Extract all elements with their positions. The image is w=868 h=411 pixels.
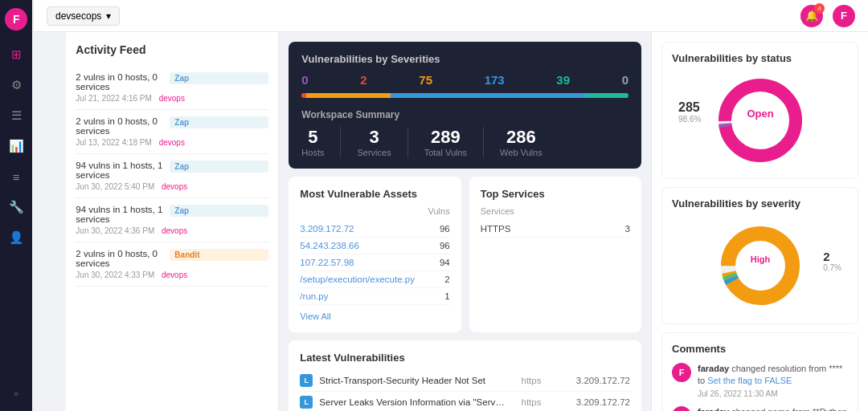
summary-stats: 5 Hosts 3 Services 289 Total Vulns: [301, 127, 628, 157]
severity-side-pct: 0.7%: [823, 263, 841, 272]
svg-point-1: [725, 85, 796, 156]
feed-item: 94 vulns in 1 hosts, 1 services Zap Jun …: [76, 154, 268, 198]
feed-item-meta: Jun 30, 2022 5:40 PM devops: [76, 182, 268, 191]
feed-item-title: 94 vulns in 1 hosts, 1 services Zap: [76, 205, 268, 224]
feed-item-badge[interactable]: Zap: [170, 205, 268, 217]
feed-item-date: Jul 21, 2022 4:16 PM: [76, 94, 152, 103]
top-services-card: Top Services Services HTTPS 3: [469, 177, 641, 332]
stat-web-vulns: 286 Web Vulns: [500, 127, 542, 157]
feed-item-workspace[interactable]: devops: [162, 226, 187, 235]
sidebar-expand[interactable]: »: [9, 384, 23, 403]
main-content: Activity Feed 2 vulns in 0 hosts, 0 serv…: [66, 32, 868, 411]
stat-web-vulns-val: 286: [500, 127, 542, 148]
feed-item: 94 vulns in 1 hosts, 1 services Zap Jun …: [76, 198, 268, 242]
asset-name[interactable]: /run.py: [300, 291, 328, 301]
status-donut-svg: Open: [712, 72, 809, 169]
sidebar-icon-settings[interactable]: ⚙: [3, 72, 29, 98]
top-services-header: Services: [481, 206, 630, 216]
feed-item-badge[interactable]: Zap: [170, 161, 268, 173]
feed-item-date: Jul 13, 2022 4:18 PM: [76, 138, 152, 147]
severity-bar: [301, 93, 628, 98]
vuln-assets-title: Most Vulnerable Assets: [300, 188, 449, 200]
feed-item-badge[interactable]: Bandit: [170, 249, 268, 261]
sidebar-icon-user[interactable]: 👤: [3, 225, 29, 250]
sidebar-icon-dashboard[interactable]: ⊞: [3, 42, 29, 67]
low-count: 173: [485, 73, 505, 87]
feed-item-meta: Jul 21, 2022 4:16 PM devops: [76, 94, 268, 103]
feed-item-workspace[interactable]: devops: [162, 182, 187, 191]
comment-item: F faraday changed resolution from **** t…: [672, 363, 848, 398]
feed-item-badge[interactable]: Zap: [170, 116, 268, 128]
stat-hosts-label: Hosts: [301, 148, 324, 157]
feed-item-text: 94 vulns in 1 hosts, 1 services: [76, 205, 165, 224]
comment-body: faraday changed name from **Python App h…: [698, 406, 848, 411]
feed-item-workspace[interactable]: devops: [159, 94, 185, 103]
stat-hosts: 5 Hosts: [301, 127, 324, 157]
vuln-name[interactable]: Strict-Transport-Security Header Not Set: [319, 376, 505, 385]
asset-vuln-count: 96: [440, 241, 450, 250]
feed-item-workspace[interactable]: devops: [162, 271, 187, 279]
severity-donut-svg: High: [712, 218, 809, 314]
workspace-summary-title: Workspace Summary: [301, 109, 628, 120]
high-count: 2: [360, 73, 366, 87]
asset-name[interactable]: 3.209.172.72: [300, 224, 354, 234]
vuln-by-status-card: Vulnerabilities by status Open 285 98.6%: [661, 42, 858, 179]
services-col-header: Services: [481, 206, 514, 216]
vuln-protocol: https: [511, 376, 551, 385]
vuln-asset-row: /run.py 1: [300, 288, 449, 305]
feed-item-text: 2 vulns in 0 hosts, 0 services: [76, 116, 165, 136]
svg-text:Open: Open: [747, 108, 773, 120]
latest-vuln-row: L Strict-Transport-Security Header Not S…: [300, 370, 630, 392]
topbar-right: 🔔 4 F: [800, 5, 855, 27]
feed-item-meta: Jun 30, 2022 4:36 PM devops: [76, 226, 268, 235]
vuln-asset-row: /setup/execution/execute.py 2: [300, 271, 449, 288]
sidebar-icon-analytics[interactable]: 📊: [3, 133, 29, 159]
asset-name[interactable]: 54.243.238.66: [300, 241, 359, 250]
sidebar-icon-list[interactable]: ☰: [3, 103, 29, 128]
feed-item-meta: Jun 30, 2022 4:33 PM devops: [76, 271, 268, 279]
stat-hosts-val: 5: [301, 127, 324, 148]
severity-side-stat: 2 0.7%: [823, 250, 841, 272]
two-col-section: Most Vulnerable Assets Vulns 3.209.172.7…: [289, 177, 641, 332]
stat-total-vulns: 289 Total Vulns: [424, 127, 467, 157]
user-avatar[interactable]: F: [833, 5, 855, 27]
feed-item: 2 vulns in 0 hosts, 0 services Zap Jul 2…: [76, 66, 268, 110]
sidebar-icon-tools[interactable]: 🔧: [3, 194, 29, 220]
comments-title: Comments: [672, 343, 848, 355]
stat-divider-2: [407, 127, 408, 157]
feed-item-text: 2 vulns in 0 hosts, 0 services: [76, 249, 165, 268]
notification-button[interactable]: 🔔 4: [800, 5, 823, 27]
vuln-severity-badge: L: [300, 396, 313, 409]
vuln-asset-row: 3.209.172.72 96: [300, 221, 449, 238]
asset-vuln-count: 94: [440, 258, 450, 267]
asset-name[interactable]: /setup/execution/execute.py: [300, 275, 415, 284]
feed-item-text: 94 vulns in 1 hosts, 1 services: [76, 161, 165, 180]
comment-user: faraday: [698, 407, 729, 411]
feed-item-title: 94 vulns in 1 hosts, 1 services Zap: [76, 161, 268, 180]
topbar: devsecops ▾ 🔔 4 F: [34, 0, 868, 32]
vuln-name[interactable]: Server Leaks Version Information via "Se…: [319, 397, 505, 407]
info-count: 39: [556, 73, 570, 87]
vuln-status-donut: Open 285 98.6%: [672, 72, 848, 169]
feed-item-workspace[interactable]: devops: [159, 138, 185, 147]
unclassified-count: 0: [622, 73, 628, 87]
view-all-assets[interactable]: View All: [300, 311, 449, 321]
asset-vuln-count: 96: [440, 224, 450, 234]
severity-side-count: 2: [823, 250, 841, 263]
feed-item-badge[interactable]: Zap: [170, 72, 268, 84]
stat-services: 3 Services: [357, 127, 391, 157]
sidebar-icon-tasks[interactable]: ≡: [3, 164, 29, 189]
vuln-ip: 3.209.172.72: [558, 397, 630, 407]
app-logo: F: [5, 8, 27, 31]
latest-vulns-card: Latest Vulnerabilities L Strict-Transpor…: [289, 340, 641, 411]
vuln-by-severity-card: Vulnerabilities by severity High 2 0.7%: [661, 187, 858, 324]
feed-item-title: 2 vulns in 0 hosts, 0 services Bandit: [76, 249, 268, 268]
workspace-selector[interactable]: devsecops ▾: [47, 6, 120, 26]
vuln-asset-row: 107.22.57.98 94: [300, 254, 449, 271]
vuln-severities-card: Vulnerabilities by Severities 0 2 75 173…: [289, 42, 641, 169]
vuln-severities-title: Vulnerabilities by Severities: [301, 53, 628, 65]
vuln-assets-header: Vulns: [300, 206, 449, 216]
asset-name[interactable]: 107.22.57.98: [300, 258, 354, 267]
severity-counts: 0 2 75 173 39 0: [301, 73, 628, 87]
feed-item-date: Jun 30, 2022 4:36 PM: [76, 226, 154, 235]
